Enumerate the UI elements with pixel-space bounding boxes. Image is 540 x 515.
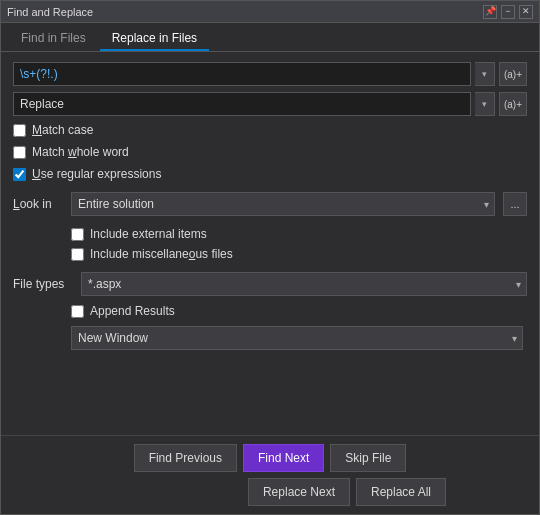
replace-regex-btn[interactable]: (a)+: [499, 92, 527, 116]
title-bar: Find and Replace 📌 − ✕: [1, 1, 539, 23]
append-results-checkbox[interactable]: [71, 305, 84, 318]
include-external-checkbox[interactable]: [71, 228, 84, 241]
file-types-select-wrapper: *.aspx *.* *.cs: [81, 272, 527, 296]
look-in-label: Look in: [13, 197, 63, 211]
use-regex-label: Use regular expressions: [32, 167, 161, 181]
match-case-checkbox[interactable]: [13, 124, 26, 137]
find-previous-button[interactable]: Find Previous: [134, 444, 237, 472]
replace-input[interactable]: [13, 92, 471, 116]
window-controls: 📌 − ✕: [483, 5, 533, 19]
tab-bar: Find in Files Replace in Files: [1, 23, 539, 52]
replace-dropdown-arrow[interactable]: ▾: [475, 92, 495, 116]
footer: Find Previous Find Next Skip File Replac…: [1, 435, 539, 514]
output-window-select[interactable]: New Window Find Results 1 Find Results 2: [71, 326, 523, 350]
look-in-browse-btn[interactable]: ...: [503, 192, 527, 216]
search-dropdown-arrow[interactable]: ▾: [475, 62, 495, 86]
include-misc-label: Include miscellaneous files: [90, 247, 233, 261]
match-whole-word-label: Match whole word: [32, 145, 129, 159]
replace-all-button[interactable]: Replace All: [356, 478, 446, 506]
look-in-row: Look in Entire solution Current project …: [13, 192, 527, 216]
pin-button[interactable]: 📌: [483, 5, 497, 19]
match-whole-word-checkbox[interactable]: [13, 146, 26, 159]
content-area: ▾ (a)+ ▾ (a)+ Match case Match whole wor…: [1, 52, 539, 435]
include-external-label: Include external items: [90, 227, 207, 241]
include-misc-row: Include miscellaneous files: [71, 246, 527, 262]
find-next-button[interactable]: Find Next: [243, 444, 324, 472]
skip-file-button[interactable]: Skip File: [330, 444, 406, 472]
output-window-select-wrapper: New Window Find Results 1 Find Results 2: [71, 326, 523, 350]
output-window-row: New Window Find Results 1 Find Results 2: [71, 326, 527, 350]
minimize-button[interactable]: −: [501, 5, 515, 19]
btn-row-1: Find Previous Find Next Skip File: [13, 444, 527, 472]
look-in-select-wrapper: Entire solution Current project Current …: [71, 192, 495, 216]
use-regex-checkbox[interactable]: [13, 168, 26, 181]
tab-replace-in-files[interactable]: Replace in Files: [100, 27, 209, 51]
append-results-label: Append Results: [90, 304, 175, 318]
match-whole-word-row: Match whole word: [13, 144, 527, 160]
tab-find-in-files[interactable]: Find in Files: [9, 27, 98, 51]
include-misc-checkbox[interactable]: [71, 248, 84, 261]
append-results-row: Append Results: [71, 304, 527, 318]
replace-next-button[interactable]: Replace Next: [248, 478, 350, 506]
file-types-select[interactable]: *.aspx *.* *.cs: [81, 272, 527, 296]
use-regex-row: Use regular expressions: [13, 166, 527, 182]
include-external-row: Include external items: [71, 226, 527, 242]
sub-checkboxes: Include external items Include miscellan…: [71, 226, 527, 262]
search-input[interactable]: [13, 62, 471, 86]
btn-row-2: Replace Next Replace All: [13, 478, 527, 506]
replace-row: ▾ (a)+: [13, 92, 527, 116]
file-types-row: File types *.aspx *.* *.cs: [13, 272, 527, 296]
match-case-row: Match case: [13, 122, 527, 138]
match-case-label: Match case: [32, 123, 93, 137]
look-in-select[interactable]: Entire solution Current project Current …: [71, 192, 495, 216]
file-types-label: File types: [13, 277, 73, 291]
search-regex-btn[interactable]: (a)+: [499, 62, 527, 86]
find-replace-window: Find and Replace 📌 − ✕ Find in Files Rep…: [0, 0, 540, 515]
close-button[interactable]: ✕: [519, 5, 533, 19]
window-title: Find and Replace: [7, 6, 93, 18]
search-row: ▾ (a)+: [13, 62, 527, 86]
